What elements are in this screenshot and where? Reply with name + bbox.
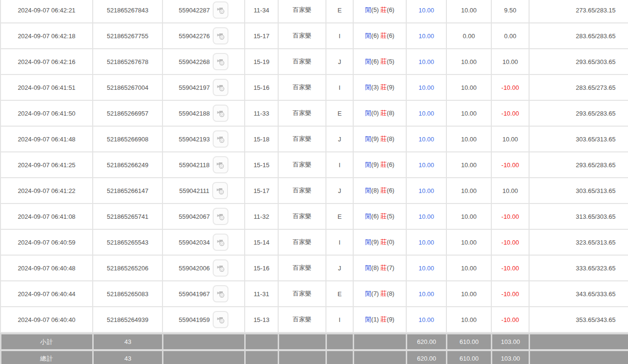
bet-amount-link[interactable]: 10.00 xyxy=(419,7,434,14)
balance-cell: 303.65/313.65 xyxy=(529,178,628,203)
balance-cell: 333.65/323.65 xyxy=(529,255,628,281)
balance-cell: 293.65/283.65 xyxy=(529,152,628,178)
balance-cell: 303.65/313.65 xyxy=(529,126,628,152)
video-replay-button[interactable] xyxy=(213,208,228,225)
seat-cell: E xyxy=(326,281,353,307)
total-win-loss: 103.00 xyxy=(492,350,530,364)
player-points: (3) xyxy=(371,84,379,91)
valid-bet-cell: 10.00 xyxy=(446,152,491,178)
player-result-label: 閒 xyxy=(365,238,371,246)
valid-bet-cell: 10.00 xyxy=(446,49,491,75)
seat-cell: I xyxy=(326,75,353,100)
result-cell: 閒(5) 莊(6) xyxy=(353,0,406,23)
seat-cell: E xyxy=(326,203,353,229)
banker-points: (5) xyxy=(387,58,394,65)
game-type-cell: 百家樂 xyxy=(278,100,326,126)
round-cell: 559042067 xyxy=(162,203,245,229)
empty-cell xyxy=(245,350,279,364)
video-replay-button[interactable] xyxy=(213,234,228,251)
bet-amount-link[interactable]: 10.00 xyxy=(419,58,434,65)
bet-amount-link[interactable]: 10.00 xyxy=(419,110,434,117)
bet-amount-cell: 10.00 xyxy=(406,281,446,307)
video-replay-button[interactable] xyxy=(213,53,228,70)
win-loss-cell: -10.00 xyxy=(491,307,529,332)
video-replay-button[interactable] xyxy=(213,130,228,148)
bet-amount-link[interactable]: 10.00 xyxy=(419,290,434,298)
summary-table: 小計 43 620.00 610.00 103.00 總計 43 xyxy=(0,333,628,364)
result-cell: 閒(9) 莊(8) xyxy=(353,126,406,152)
balance-cell: 283.65/283.65 xyxy=(529,23,628,49)
round-id: 559042287 xyxy=(179,7,210,14)
bet-amount-cell: 10.00 xyxy=(406,100,446,126)
banker-result-label: 莊 xyxy=(380,187,387,194)
bet-amount-cell: 10.00 xyxy=(406,23,446,49)
bet-amount-link[interactable]: 10.00 xyxy=(419,265,434,272)
win-loss-cell: -10.00 xyxy=(491,229,529,255)
bet-amount-link[interactable]: 10.00 xyxy=(419,161,434,169)
bet-time-cell: 2024-09-07 06:41:50 xyxy=(0,100,93,126)
bet-id-cell: 521865266957 xyxy=(93,100,162,126)
bet-amount-link[interactable]: 10.00 xyxy=(419,316,434,323)
empty-cell xyxy=(530,350,628,364)
bet-id-cell: 521865265083 xyxy=(93,281,162,307)
video-replay-button[interactable] xyxy=(213,285,228,302)
bet-amount-link[interactable]: 10.00 xyxy=(419,136,434,143)
player-result-label: 閒 xyxy=(365,109,371,117)
table-round-cell: 11-33 xyxy=(245,100,278,126)
player-points: (6) xyxy=(371,58,379,65)
bet-id-cell: 521865267004 xyxy=(93,75,162,100)
banker-points: (6) xyxy=(387,161,394,168)
subtotal-valid-bet: 610.00 xyxy=(447,334,492,351)
video-replay-button[interactable] xyxy=(213,105,228,122)
empty-cell xyxy=(326,350,354,364)
video-replay-button[interactable] xyxy=(213,311,228,328)
video-replay-button[interactable] xyxy=(213,79,228,96)
video-replay-button[interactable] xyxy=(213,1,228,19)
table-row: 2024-09-07 06:41:48 521865266908 5590421… xyxy=(0,126,628,152)
banker-result-label: 莊 xyxy=(380,58,387,65)
balance-cell: 293.65/303.65 xyxy=(529,49,628,75)
video-replay-button[interactable] xyxy=(212,182,228,199)
video-replay-button[interactable] xyxy=(213,259,228,277)
table-row: 2024-09-07 06:40:40 521865264939 5590419… xyxy=(0,307,628,332)
game-type-cell: 百家樂 xyxy=(278,255,326,281)
round-id: 559042006 xyxy=(179,265,210,272)
video-file-icon xyxy=(216,186,225,195)
bet-time-cell: 2024-09-07 06:40:40 xyxy=(0,307,93,332)
table-row: 2024-09-07 06:40:48 521865265206 5590420… xyxy=(0,255,628,281)
bet-amount-link[interactable]: 10.00 xyxy=(419,187,434,194)
bet-amount-cell: 10.00 xyxy=(406,178,446,203)
player-points: (6) xyxy=(371,32,379,39)
table-row: 2024-09-07 06:40:59 521865265543 5590420… xyxy=(0,229,628,255)
bet-amount-link[interactable]: 10.00 xyxy=(419,239,434,246)
round-id: 559042276 xyxy=(179,32,210,40)
banker-result-label: 莊 xyxy=(380,6,387,13)
table-row: 2024-09-07 06:41:50 521865266957 5590421… xyxy=(0,100,628,126)
bet-amount-link[interactable]: 10.00 xyxy=(419,32,434,40)
bet-id-cell: 521865264939 xyxy=(93,307,162,332)
table-round-cell: 15-17 xyxy=(245,23,278,49)
player-result-label: 閒 xyxy=(365,84,371,91)
banker-result-label: 莊 xyxy=(380,290,387,297)
video-file-icon xyxy=(216,134,226,144)
table-round-cell: 15-16 xyxy=(245,255,278,281)
player-result-label: 閒 xyxy=(365,187,371,194)
summary-row-total: 總計 43 620.00 610.00 103.00 xyxy=(1,350,628,364)
banker-result-label: 莊 xyxy=(380,109,387,117)
round-cell: 559042276 xyxy=(162,23,245,49)
bet-time-cell: 2024-09-07 06:41:48 xyxy=(0,126,93,152)
result-cell: 閒(9) 莊(0) xyxy=(353,229,406,255)
win-loss-cell: 10.00 xyxy=(491,49,529,75)
balance-cell: 313.65/303.65 xyxy=(529,203,628,229)
bet-amount-link[interactable]: 10.00 xyxy=(419,84,434,91)
bet-amount-link[interactable]: 10.00 xyxy=(419,213,434,220)
player-result-label: 閒 xyxy=(365,6,371,13)
round-cell: 559042287 xyxy=(162,0,245,23)
game-type-cell: 百家樂 xyxy=(278,49,326,75)
round-cell: 559041967 xyxy=(162,281,245,307)
banker-points: (8) xyxy=(387,109,394,117)
balance-cell: 343.65/333.65 xyxy=(529,281,628,307)
video-replay-button[interactable] xyxy=(213,156,228,173)
subtotal-win-loss: 103.00 xyxy=(492,334,530,351)
video-replay-button[interactable] xyxy=(213,27,228,44)
